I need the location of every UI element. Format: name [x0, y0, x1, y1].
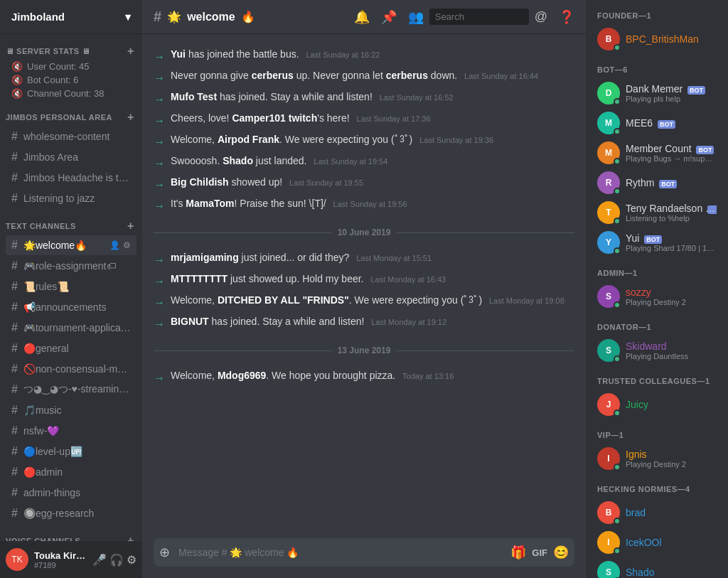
- member-mee6[interactable]: M MEE6 BOT: [592, 108, 722, 138]
- channel-item-welcome[interactable]: # 🌟welcome🔥 👤 ⚙: [6, 235, 136, 255]
- member-name: MEE6 BOT: [626, 117, 717, 129]
- member-teny[interactable]: T Teny Randaelson BOT Listening to %help: [592, 198, 722, 228]
- message-5: → Welcome, Airpod Frank. We were expecti…: [142, 131, 586, 152]
- divider-line: [154, 350, 332, 351]
- channel-item-egg-research[interactable]: # 🔘egg-research: [6, 503, 136, 523]
- msg-bold: MTTTTTTTT: [171, 273, 228, 284]
- messages-container: → Yui has joined the battle bus. Last Su…: [142, 34, 586, 538]
- msg-bold: cerberus: [252, 70, 294, 81]
- channel-item-non-consensual[interactable]: # 🚫non-consensual-mem...: [6, 359, 136, 379]
- microphone-icon[interactable]: 🎤: [92, 553, 107, 567]
- channel-item-jazz[interactable]: # Listening to jazz: [6, 188, 136, 208]
- help-icon[interactable]: ❓: [559, 9, 574, 25]
- status-indicator: [614, 518, 621, 525]
- member-ignis[interactable]: I Ignis Playing Destiny 2: [592, 444, 722, 473]
- status-indicator: [614, 98, 621, 105]
- chat-channel-name: welcome: [187, 11, 235, 23]
- channel-item-announcements[interactable]: # 📢announcements: [6, 297, 136, 317]
- channel-item-nsfw[interactable]: # nsfw-💜: [6, 421, 136, 441]
- add-stat-button[interactable]: +: [125, 46, 136, 57]
- chat-hash-icon: #: [154, 9, 161, 25]
- message-11: → Welcome, DITCHED BY ALL "FRINDS". We w…: [142, 291, 586, 313]
- channel-item-level-up[interactable]: # 🔵level-up🆙: [6, 441, 136, 461]
- msg-bold: MamaTom: [186, 198, 234, 209]
- message-7: → Big Childish showed up! Last Sunday at…: [142, 173, 586, 195]
- msg-bold: Shado: [223, 155, 253, 166]
- channel-item-rules[interactable]: # 📜rules📜: [6, 277, 136, 296]
- member-name: brad: [626, 507, 717, 518]
- add-text-channel-button[interactable]: +: [125, 220, 136, 232]
- server-header[interactable]: Jimboland ▾: [0, 0, 142, 34]
- member-rythm[interactable]: R Rythm BOT: [592, 168, 722, 198]
- date-divider-1: 10 June 2019: [142, 216, 586, 249]
- channel-item-streaming[interactable]: # つ◕‿◕つ-♥-streaming-♥: [6, 380, 136, 400]
- channel-item-tournament[interactable]: # 🎮tournament-application: [6, 318, 136, 338]
- members-sidebar: FOUNDER—1 B BPC_BritishMan BOT—6 D Dank …: [586, 0, 728, 578]
- member-dank-memer[interactable]: D Dank Memer BOT Playing pls help: [592, 78, 722, 108]
- channel-item-admin-things[interactable]: # admin-things: [6, 483, 136, 503]
- member-name: Dank Memer BOT: [626, 83, 717, 95]
- current-user-info: Touka Kirish... #7189: [34, 550, 87, 569]
- member-skidward[interactable]: S Skidward Playing Dauntless: [592, 336, 722, 365]
- msg-bold: Mdog6969: [218, 370, 266, 381]
- member-shado[interactable]: S Shado: [592, 557, 722, 578]
- member-bpc-britishman[interactable]: B BPC_BritishMan: [592, 24, 722, 54]
- add-personal-channel-button[interactable]: +: [125, 112, 136, 123]
- hash-icon: #: [11, 486, 18, 499]
- member-sozzy[interactable]: S sozzy Playing Destiny 2: [592, 282, 722, 311]
- member-icekool[interactable]: I IcekOOl: [592, 528, 722, 557]
- emoji-icon[interactable]: 😊: [553, 545, 569, 560]
- join-arrow-icon: →: [154, 91, 165, 108]
- add-attachment-icon[interactable]: ⊕: [159, 545, 170, 560]
- gif-icon[interactable]: GIF: [532, 547, 547, 558]
- member-status: Playing Shard 17/80 | 1,822 guilds: [626, 244, 717, 252]
- at-icon[interactable]: @: [535, 9, 547, 25]
- voice-channels-section: VOICE CHANNELS +: [0, 524, 142, 541]
- message-input[interactable]: [176, 538, 505, 567]
- headset-icon[interactable]: 🎧: [109, 553, 124, 567]
- member-member-count[interactable]: M Member Count BOT Playing Bugs → m!supp…: [592, 138, 722, 168]
- message-time: Last Sunday at 16:52: [380, 93, 454, 102]
- msg-bold: Airpod Frank: [218, 134, 279, 145]
- channel-item-admin[interactable]: # 🔴admin: [6, 462, 136, 482]
- member-yui[interactable]: Y Yui BOT Playing Shard 17/80 | 1,822 gu…: [592, 228, 722, 257]
- channel-item-jimbos-headache[interactable]: # Jimbos Headache is too ...: [6, 168, 136, 188]
- pin-icon[interactable]: 📌: [381, 9, 397, 25]
- search-input[interactable]: [429, 9, 529, 25]
- member-brad[interactable]: B brad: [592, 498, 722, 528]
- join-arrow-icon: →: [154, 294, 165, 311]
- hash-icon: #: [11, 445, 18, 458]
- current-user-avatar: TK: [6, 548, 28, 571]
- bot-badge: BOT: [644, 235, 662, 244]
- message-time: Last Sunday at 16:22: [306, 50, 380, 59]
- member-status: Playing Destiny 2: [626, 460, 717, 469]
- chevron-down-icon: ▾: [125, 11, 131, 23]
- message-13: → Welcome, Mdog6969. We hope you brought…: [142, 367, 586, 388]
- gift-icon[interactable]: 🎁: [510, 545, 526, 560]
- date-text: 10 June 2019: [338, 228, 391, 237]
- channel-item-wholesome[interactable]: # wholesome-content: [6, 127, 136, 146]
- add-voice-channel-button[interactable]: +: [125, 535, 136, 541]
- member-juicy[interactable]: J Juicy: [592, 390, 722, 419]
- member-status: Playing Destiny 2: [626, 298, 717, 306]
- member-avatar: Y: [597, 231, 620, 254]
- date-divider-2: 13 June 2019: [142, 334, 586, 367]
- message-time: Last Sunday at 19:55: [289, 178, 363, 187]
- members-icon[interactable]: 👥: [408, 9, 424, 25]
- channel-item-general[interactable]: # 🔴general: [6, 338, 136, 358]
- settings-icon[interactable]: ⚙: [127, 553, 136, 567]
- divider-line: [396, 232, 574, 233]
- channel-item-jimbos-area[interactable]: # Jimbos Area: [6, 147, 136, 167]
- join-arrow-icon: →: [154, 370, 165, 387]
- msg-bold: BIGNUT: [171, 316, 209, 327]
- member-name: IcekOOl: [626, 537, 717, 548]
- message-1: → Yui has joined the battle bus. Last Su…: [142, 46, 586, 67]
- message-time: Today at 13:16: [402, 372, 454, 380]
- channel-item-role-assignment[interactable]: # 🎮role-assignment🏷: [6, 256, 136, 276]
- founder-section-header: FOUNDER—1: [592, 11, 722, 23]
- channel-item-music[interactable]: # 🎵music: [6, 400, 136, 420]
- hash-icon: #: [11, 192, 18, 205]
- bell-icon[interactable]: 🔔: [354, 9, 370, 25]
- current-user-name: Touka Kirish...: [34, 550, 87, 561]
- message-time: Last Sunday at 19:56: [333, 200, 407, 208]
